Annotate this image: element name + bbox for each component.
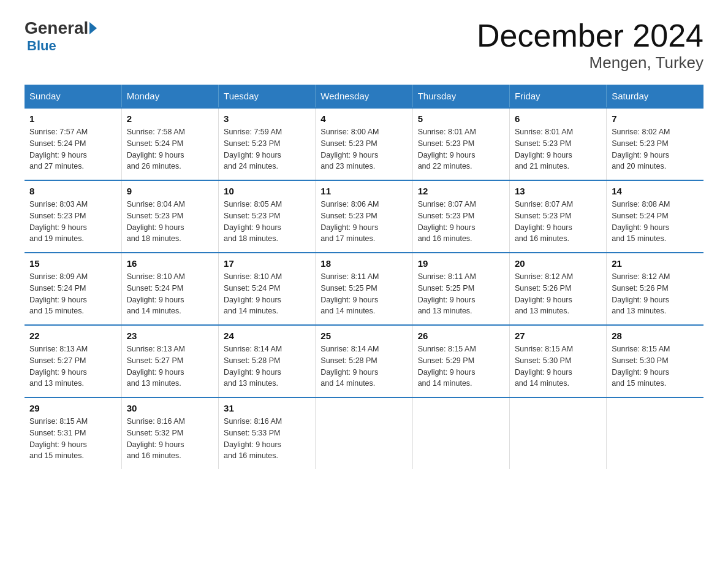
day-number: 30 bbox=[127, 403, 213, 413]
day-info: Sunrise: 7:59 AM Sunset: 5:23 PM Dayligh… bbox=[224, 126, 310, 172]
day-info: Sunrise: 8:13 AM Sunset: 5:27 PM Dayligh… bbox=[127, 343, 213, 389]
logo-blue-text: Blue bbox=[27, 38, 56, 54]
calendar-cell: 1Sunrise: 7:57 AM Sunset: 5:24 PM Daylig… bbox=[25, 108, 121, 180]
logo: General Blue bbox=[25, 18, 98, 54]
calendar-cell: 16Sunrise: 8:10 AM Sunset: 5:24 PM Dayli… bbox=[121, 253, 218, 325]
day-info: Sunrise: 8:09 AM Sunset: 5:24 PM Dayligh… bbox=[29, 271, 116, 317]
day-number: 29 bbox=[29, 403, 116, 413]
day-info: Sunrise: 8:06 AM Sunset: 5:23 PM Dayligh… bbox=[320, 199, 407, 245]
day-info: Sunrise: 8:12 AM Sunset: 5:26 PM Dayligh… bbox=[612, 271, 699, 317]
day-info: Sunrise: 8:15 AM Sunset: 5:31 PM Dayligh… bbox=[29, 416, 116, 462]
day-info: Sunrise: 8:05 AM Sunset: 5:23 PM Dayligh… bbox=[224, 199, 310, 245]
calendar-week-row: 8Sunrise: 8:03 AM Sunset: 5:23 PM Daylig… bbox=[25, 180, 703, 253]
day-info: Sunrise: 8:14 AM Sunset: 5:28 PM Dayligh… bbox=[320, 343, 407, 389]
day-number: 22 bbox=[29, 331, 116, 341]
calendar-cell: 22Sunrise: 8:13 AM Sunset: 5:27 PM Dayli… bbox=[25, 325, 121, 397]
day-info: Sunrise: 8:04 AM Sunset: 5:23 PM Dayligh… bbox=[127, 199, 213, 245]
day-info: Sunrise: 8:00 AM Sunset: 5:23 PM Dayligh… bbox=[320, 126, 407, 172]
calendar-cell: 24Sunrise: 8:14 AM Sunset: 5:28 PM Dayli… bbox=[219, 325, 316, 397]
calendar-cell: 10Sunrise: 8:05 AM Sunset: 5:23 PM Dayli… bbox=[219, 180, 316, 253]
calendar-cell: 30Sunrise: 8:16 AM Sunset: 5:32 PM Dayli… bbox=[121, 397, 218, 469]
day-number: 14 bbox=[612, 186, 699, 196]
header-thursday: Thursday bbox=[412, 85, 509, 108]
calendar-cell bbox=[607, 397, 703, 469]
day-number: 24 bbox=[224, 331, 310, 341]
header-sunday: Sunday bbox=[25, 85, 121, 108]
day-number: 13 bbox=[515, 186, 601, 196]
calendar-week-row: 15Sunrise: 8:09 AM Sunset: 5:24 PM Dayli… bbox=[25, 253, 703, 325]
calendar-cell: 11Sunrise: 8:06 AM Sunset: 5:23 PM Dayli… bbox=[316, 180, 412, 253]
calendar-week-row: 1Sunrise: 7:57 AM Sunset: 5:24 PM Daylig… bbox=[25, 108, 703, 180]
day-number: 3 bbox=[224, 113, 310, 124]
calendar-cell: 3Sunrise: 7:59 AM Sunset: 5:23 PM Daylig… bbox=[219, 108, 316, 180]
page-title: December 2024 bbox=[477, 18, 703, 53]
day-number: 10 bbox=[224, 186, 310, 196]
calendar-cell: 12Sunrise: 8:07 AM Sunset: 5:23 PM Dayli… bbox=[412, 180, 509, 253]
day-number: 7 bbox=[612, 113, 699, 124]
day-info: Sunrise: 8:12 AM Sunset: 5:26 PM Dayligh… bbox=[515, 271, 601, 317]
day-info: Sunrise: 8:13 AM Sunset: 5:27 PM Dayligh… bbox=[29, 343, 116, 389]
day-number: 9 bbox=[127, 186, 213, 196]
day-info: Sunrise: 7:57 AM Sunset: 5:24 PM Dayligh… bbox=[29, 126, 116, 172]
day-number: 12 bbox=[418, 186, 504, 196]
calendar-cell: 18Sunrise: 8:11 AM Sunset: 5:25 PM Dayli… bbox=[316, 253, 412, 325]
day-info: Sunrise: 8:03 AM Sunset: 5:23 PM Dayligh… bbox=[29, 199, 116, 245]
day-number: 26 bbox=[418, 331, 504, 341]
calendar-cell: 21Sunrise: 8:12 AM Sunset: 5:26 PM Dayli… bbox=[607, 253, 703, 325]
calendar-cell bbox=[509, 397, 606, 469]
day-number: 31 bbox=[224, 403, 310, 413]
day-number: 23 bbox=[127, 331, 213, 341]
day-number: 2 bbox=[127, 113, 213, 124]
day-info: Sunrise: 7:58 AM Sunset: 5:24 PM Dayligh… bbox=[127, 126, 213, 172]
page-header: General Blue December 2024 Mengen, Turke… bbox=[25, 18, 703, 72]
calendar-cell: 15Sunrise: 8:09 AM Sunset: 5:24 PM Dayli… bbox=[25, 253, 121, 325]
day-number: 8 bbox=[29, 186, 116, 196]
title-block: December 2024 Mengen, Turkey bbox=[477, 18, 703, 72]
calendar-header-row: SundayMondayTuesdayWednesdayThursdayFrid… bbox=[25, 85, 703, 108]
day-number: 20 bbox=[515, 258, 601, 269]
calendar-cell: 7Sunrise: 8:02 AM Sunset: 5:23 PM Daylig… bbox=[607, 108, 703, 180]
day-info: Sunrise: 8:07 AM Sunset: 5:23 PM Dayligh… bbox=[418, 199, 504, 245]
day-info: Sunrise: 8:01 AM Sunset: 5:23 PM Dayligh… bbox=[515, 126, 601, 172]
calendar-cell bbox=[412, 397, 509, 469]
day-info: Sunrise: 8:15 AM Sunset: 5:29 PM Dayligh… bbox=[418, 343, 504, 389]
calendar-cell: 8Sunrise: 8:03 AM Sunset: 5:23 PM Daylig… bbox=[25, 180, 121, 253]
day-info: Sunrise: 8:08 AM Sunset: 5:24 PM Dayligh… bbox=[612, 199, 699, 245]
calendar-cell: 23Sunrise: 8:13 AM Sunset: 5:27 PM Dayli… bbox=[121, 325, 218, 397]
day-number: 6 bbox=[515, 113, 601, 124]
header-monday: Monday bbox=[121, 85, 218, 108]
calendar-cell: 9Sunrise: 8:04 AM Sunset: 5:23 PM Daylig… bbox=[121, 180, 218, 253]
day-info: Sunrise: 8:15 AM Sunset: 5:30 PM Dayligh… bbox=[612, 343, 699, 389]
day-info: Sunrise: 8:10 AM Sunset: 5:24 PM Dayligh… bbox=[224, 271, 310, 317]
day-number: 4 bbox=[320, 113, 407, 124]
calendar-table: SundayMondayTuesdayWednesdayThursdayFrid… bbox=[25, 85, 703, 469]
day-number: 18 bbox=[320, 258, 407, 269]
day-info: Sunrise: 8:15 AM Sunset: 5:30 PM Dayligh… bbox=[515, 343, 601, 389]
day-info: Sunrise: 8:16 AM Sunset: 5:33 PM Dayligh… bbox=[224, 416, 310, 462]
day-number: 28 bbox=[612, 331, 699, 341]
day-info: Sunrise: 8:14 AM Sunset: 5:28 PM Dayligh… bbox=[224, 343, 310, 389]
day-number: 11 bbox=[320, 186, 407, 196]
calendar-cell: 20Sunrise: 8:12 AM Sunset: 5:26 PM Dayli… bbox=[509, 253, 606, 325]
calendar-cell: 14Sunrise: 8:08 AM Sunset: 5:24 PM Dayli… bbox=[607, 180, 703, 253]
logo-general-text: General bbox=[25, 18, 88, 38]
day-number: 19 bbox=[418, 258, 504, 269]
header-tuesday: Tuesday bbox=[219, 85, 316, 108]
calendar-cell: 13Sunrise: 8:07 AM Sunset: 5:23 PM Dayli… bbox=[509, 180, 606, 253]
logo-arrow-icon bbox=[89, 22, 97, 34]
day-info: Sunrise: 8:10 AM Sunset: 5:24 PM Dayligh… bbox=[127, 271, 213, 317]
page-subtitle: Mengen, Turkey bbox=[477, 53, 703, 72]
calendar-cell: 26Sunrise: 8:15 AM Sunset: 5:29 PM Dayli… bbox=[412, 325, 509, 397]
day-number: 17 bbox=[224, 258, 310, 269]
calendar-cell: 27Sunrise: 8:15 AM Sunset: 5:30 PM Dayli… bbox=[509, 325, 606, 397]
day-info: Sunrise: 8:16 AM Sunset: 5:32 PM Dayligh… bbox=[127, 416, 213, 462]
day-number: 21 bbox=[612, 258, 699, 269]
day-info: Sunrise: 8:07 AM Sunset: 5:23 PM Dayligh… bbox=[515, 199, 601, 245]
day-info: Sunrise: 8:11 AM Sunset: 5:25 PM Dayligh… bbox=[418, 271, 504, 317]
calendar-cell bbox=[316, 397, 412, 469]
calendar-cell: 6Sunrise: 8:01 AM Sunset: 5:23 PM Daylig… bbox=[509, 108, 606, 180]
calendar-cell: 5Sunrise: 8:01 AM Sunset: 5:23 PM Daylig… bbox=[412, 108, 509, 180]
calendar-cell: 2Sunrise: 7:58 AM Sunset: 5:24 PM Daylig… bbox=[121, 108, 218, 180]
header-saturday: Saturday bbox=[607, 85, 703, 108]
calendar-cell: 17Sunrise: 8:10 AM Sunset: 5:24 PM Dayli… bbox=[219, 253, 316, 325]
